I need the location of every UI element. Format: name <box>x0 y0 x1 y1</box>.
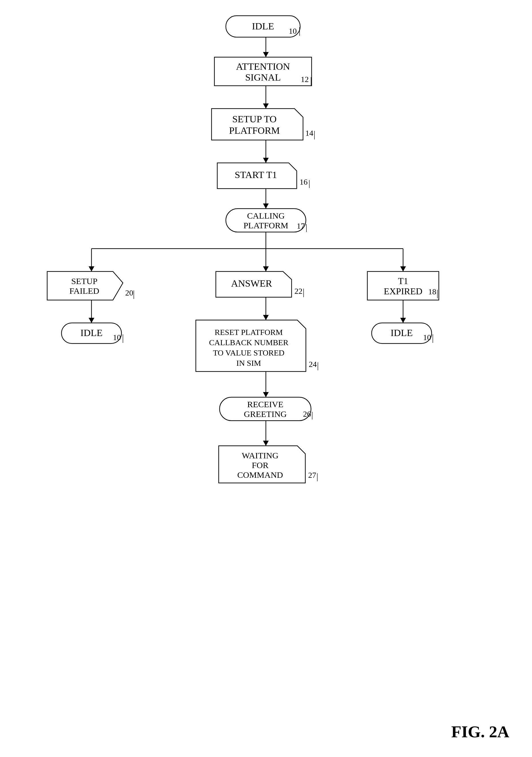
setup-failed-label: SETUP <box>71 276 98 286</box>
idle-left-label: IDLE <box>80 327 102 338</box>
t1-expired-label2: EXPIRED <box>384 286 422 296</box>
setup-failed-label2: FAILED <box>70 286 99 295</box>
svg-marker-15 <box>263 104 269 108</box>
ref-17: 17 <box>297 222 305 230</box>
ref-24: 24 <box>309 360 317 369</box>
svg-marker-18 <box>89 266 94 271</box>
setup-platform-label2: PLATFORM <box>229 125 280 136</box>
svg-marker-19 <box>263 266 269 271</box>
svg-marker-23 <box>400 318 406 323</box>
ref-18: 18 <box>428 287 436 296</box>
ref-10-right: 10 <box>423 333 431 342</box>
svg-marker-21 <box>89 318 94 323</box>
fig-label: FIG. 2A <box>452 722 510 741</box>
ref-10-top: 10 <box>289 27 297 35</box>
calling-platform-label2: PLATFORM <box>243 221 289 230</box>
svg-marker-20 <box>400 266 406 271</box>
reset-platform-label4: IN SIM <box>236 359 261 368</box>
receive-greeting-label: RECEIVE <box>247 400 284 409</box>
reset-platform-label1: RESET PLATFORM <box>215 328 283 337</box>
reset-platform-label2: CALLBACK NUMBER <box>209 338 289 347</box>
reset-platform-label3: TO VALUE STORED <box>213 348 284 357</box>
setup-platform-label: SETUP TO <box>232 114 276 124</box>
svg-marker-17 <box>263 203 269 209</box>
ref-14: 14 <box>305 129 313 137</box>
svg-marker-25 <box>263 441 269 446</box>
answer-label: ANSWER <box>231 278 272 288</box>
calling-platform-label: CALLING <box>247 211 285 220</box>
svg-marker-16 <box>263 158 269 163</box>
waiting-command-label1: WAITING <box>242 451 278 460</box>
attention-signal-label: ATTENTION <box>236 61 290 72</box>
svg-marker-24 <box>263 392 269 397</box>
attention-signal-label2: SIGNAL <box>245 72 281 82</box>
ref-20: 20 <box>125 288 133 297</box>
idle-right-label: IDLE <box>391 327 413 338</box>
svg-marker-22 <box>263 315 269 320</box>
diagram-container: IDLE 10 ATTENTION SIGNAL 12 SETUP TO PLA… <box>0 0 532 757</box>
ref-10-left: 10 <box>113 333 121 342</box>
receive-greeting-label2: GREETING <box>244 409 287 419</box>
ref-16: 16 <box>299 177 308 186</box>
start-t1-label: START T1 <box>235 169 277 180</box>
ref-12: 12 <box>301 75 309 84</box>
waiting-command-label3: COMMAND <box>237 470 283 479</box>
waiting-command-label2: FOR <box>252 460 268 470</box>
t1-expired-label: T1 <box>398 276 408 286</box>
ref-26: 26 <box>303 409 311 418</box>
ref-22: 22 <box>295 287 302 295</box>
ref-27: 27 <box>308 471 316 479</box>
svg-marker-14 <box>263 52 269 57</box>
idle-top-label: IDLE <box>252 21 274 31</box>
